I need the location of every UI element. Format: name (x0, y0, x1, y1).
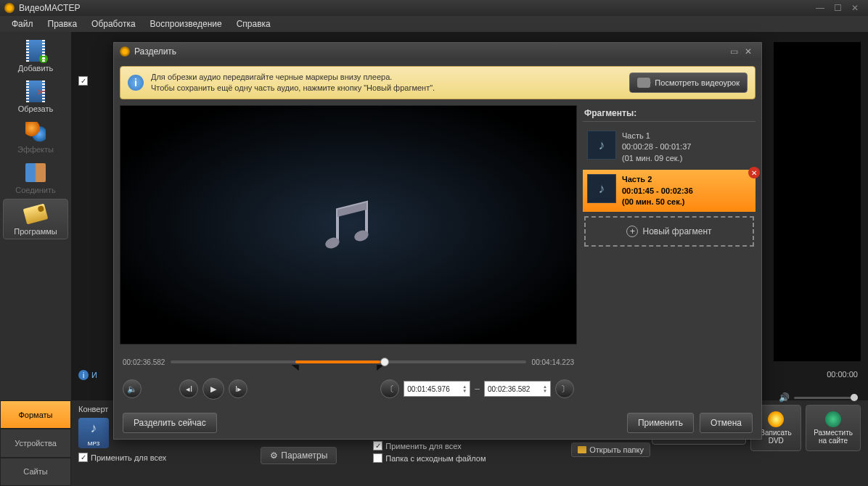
play-button[interactable]: ▶ (202, 378, 224, 400)
set-in-button[interactable]: 〔 (380, 379, 399, 398)
plus-icon: + (626, 226, 638, 237)
volume-slider[interactable] (794, 397, 858, 399)
app-logo-icon (4, 3, 15, 13)
mp3-format-icon[interactable]: MP3 (78, 418, 109, 448)
join-icon (25, 163, 46, 182)
open-folder-button[interactable]: Открыть папку (571, 442, 650, 457)
dialog-close-button[interactable]: ✕ (741, 46, 756, 57)
list-item-checkbox[interactable]: ✓ (78, 76, 88, 86)
marker-in[interactable] (292, 365, 299, 371)
source-folder-label: Папка с исходным файлом (385, 454, 486, 463)
fragment-range: 00:01:45 - 00:02:36 (622, 186, 693, 195)
hint-line1: Для обрезки аудио передвигайте черные ма… (151, 72, 622, 83)
open-folder-label: Открыть папку (589, 445, 644, 454)
params-button[interactable]: ⚙ Параметры (261, 447, 337, 464)
fragments-title: Фрагменты: (583, 105, 756, 122)
time-left-label: 00:02:36.582 (123, 358, 165, 366)
source-folder-row[interactable]: Папка с исходным файлом (373, 453, 486, 463)
hint-banner: i Для обрезки аудио передвигайте черные … (120, 66, 756, 99)
fragment-name: Часть 2 (622, 175, 652, 184)
tab-sites[interactable]: Сайты (0, 458, 71, 486)
dialog-restore-button[interactable]: ▭ (726, 46, 741, 57)
fragment-duration: (00 мин. 50 сек.) (622, 197, 684, 206)
menu-edit[interactable]: Правка (42, 17, 83, 30)
sidebar-programs[interactable]: Программы (3, 199, 68, 239)
apply-button[interactable]: Применить (627, 413, 694, 433)
dialog-footer: Разделить сейчас Применить Отмена (114, 407, 761, 439)
player-controls: 🔈 ◂Ⅰ ▶ Ⅰ▸ 〔 00:01:45.976 ▲▼ – 00:02:36.5… (120, 376, 577, 401)
minimize-button[interactable]: — (811, 3, 829, 13)
fragment-item[interactable]: ♪ Часть 1 00:00:28 - 00:01:37 (01 мин. 0… (583, 126, 756, 168)
fragment-name: Часть 1 (622, 131, 751, 141)
sidebar-cut[interactable]: ✂ Обрезать (3, 77, 68, 116)
time-right-label: 00:04:14.223 (532, 358, 574, 366)
hint-line2: Чтобы сохранить ещё одну часть аудио, на… (151, 83, 622, 94)
timeline-track[interactable] (171, 355, 525, 369)
dialog-titlebar: Разделить ▭ ✕ (114, 43, 761, 60)
split-dialog: Разделить ▭ ✕ i Для обрезки аудио передв… (113, 42, 762, 440)
preview-pane (774, 42, 861, 361)
fragments-list: ♪ Часть 1 00:00:28 - 00:01:37 (01 мин. 0… (583, 122, 756, 401)
menu-file[interactable]: Файл (6, 17, 39, 30)
globe-icon (825, 411, 841, 427)
menu-process[interactable]: Обработка (86, 17, 142, 30)
watch-tutorial-button[interactable]: Посмотреть видеоурок (629, 73, 748, 93)
step-back-button[interactable]: ◂Ⅰ (179, 379, 198, 398)
out-time-field[interactable]: 00:02:36.582 ▲▼ (484, 381, 551, 397)
set-out-button[interactable]: 〕 (555, 379, 574, 398)
sidebar-effects[interactable]: Эффекты (3, 118, 68, 157)
film-add-icon: + (26, 40, 45, 62)
watch-tutorial-label: Посмотреть видеоурок (655, 78, 740, 87)
apply-all-checkbox[interactable]: ✓ (78, 453, 88, 462)
scrubber[interactable] (380, 358, 389, 366)
tab-devices[interactable]: Устройства (0, 429, 71, 457)
apply-all-2-row[interactable]: ✓ Применить для всех (373, 441, 486, 450)
mute-button[interactable]: 🔈 (123, 379, 142, 398)
time-dash: – (475, 384, 480, 394)
in-time-field[interactable]: 00:01:45.976 ▲▼ (404, 381, 470, 397)
menu-help[interactable]: Справка (231, 17, 277, 30)
sidebar-programs-label: Программы (14, 227, 57, 236)
apply-all-2-checkbox[interactable]: ✓ (373, 441, 382, 450)
sidebar: + Добавить ✂ Обрезать Эффекты Соединить … (0, 32, 71, 400)
film-cut-icon: ✂ (26, 81, 45, 102)
timeline: 00:02:36.582 00:04:14.223 (120, 350, 577, 374)
menu-play[interactable]: Воспроизведение (144, 17, 228, 30)
close-button[interactable]: ✕ (846, 3, 864, 13)
dialog-title: Разделить (134, 46, 726, 57)
sidebar-effects-label: Эффекты (17, 145, 54, 154)
step-fwd-button[interactable]: Ⅰ▸ (229, 379, 247, 398)
apply-all-row[interactable]: ✓ Применить для всех (78, 453, 166, 462)
info-icon: i (78, 370, 89, 380)
menubar: Файл Правка Обработка Воспроизведение Сп… (0, 16, 868, 32)
fragment-thumb-icon: ♪ (587, 131, 616, 160)
folder-icon (578, 446, 586, 453)
params-label: Параметры (281, 450, 327, 461)
split-now-button[interactable]: Разделить сейчас (123, 413, 217, 433)
sidebar-add-label: Добавить (18, 64, 54, 73)
apply-all-2-label: Применить для всех (385, 442, 461, 450)
info-icon: i (128, 75, 144, 91)
dvd-icon (768, 411, 784, 427)
programs-icon (23, 203, 49, 224)
fragment-delete-button[interactable]: ✕ (748, 167, 760, 178)
fragment-duration: (01 мин. 09 сек.) (622, 153, 751, 164)
tab-formats[interactable]: Форматы (0, 400, 71, 429)
fragment-range: 00:00:28 - 00:01:37 (622, 141, 751, 152)
app-title: ВидеоМАСТЕР (19, 3, 811, 13)
new-fragment-button[interactable]: + Новый фрагмент (584, 216, 754, 247)
dialog-logo-icon (120, 46, 130, 57)
maximize-button[interactable]: ☐ (829, 3, 846, 13)
sidebar-join[interactable]: Соединить (3, 158, 68, 197)
apply-all-label: Применить для всех (91, 453, 166, 462)
out-time-spinner[interactable]: ▲▼ (543, 384, 547, 393)
publish-button[interactable]: Разместить на сайте (806, 405, 861, 451)
cancel-button[interactable]: Отмена (700, 413, 753, 433)
preview-time: 00:00:00 (827, 370, 858, 379)
in-time-spinner[interactable]: ▲▼ (462, 384, 467, 393)
source-folder-checkbox[interactable] (373, 453, 382, 463)
in-time-value: 00:01:45.976 (407, 385, 449, 393)
sidebar-add[interactable]: + Добавить (3, 36, 68, 75)
fragment-item[interactable]: ♪ Часть 2 00:01:45 - 00:02:36 (00 мин. 5… (583, 170, 756, 212)
new-fragment-label: Новый фрагмент (642, 226, 711, 236)
